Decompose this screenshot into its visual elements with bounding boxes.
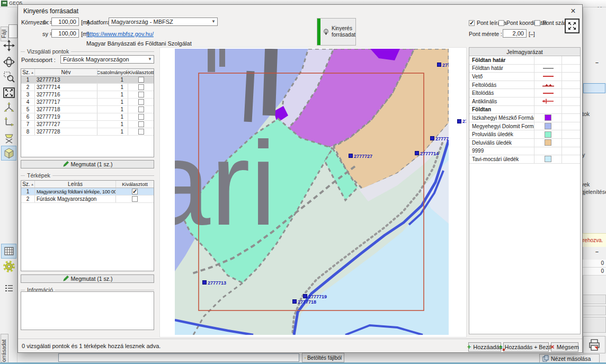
row-checkbox[interactable] xyxy=(138,77,144,83)
view-plane-button[interactable] xyxy=(1,130,16,145)
point-name: 32777718 xyxy=(35,106,97,113)
view-plane-icon xyxy=(3,132,15,144)
extract-source-data-button[interactable]: Kinyerés forrásadat xyxy=(317,18,356,46)
button-fragment[interactable] xyxy=(583,317,606,333)
source-full-name: Magyar Bányászati és Földtani Szolgálat xyxy=(86,40,192,47)
expand-arrows-icon xyxy=(567,21,577,31)
table-row[interactable]: 1 32777713 1 xyxy=(21,76,154,84)
table-row[interactable]: 7 32777727 1 xyxy=(21,121,154,128)
button-fragment[interactable] xyxy=(583,306,606,315)
row-checkbox[interactable] xyxy=(138,84,144,90)
move-tool-button[interactable] xyxy=(1,38,16,53)
dialog-kinyeres-forrasadat: Kinyerés forrásadat × Környező : sx = 10… xyxy=(17,4,583,353)
geological-map[interactable]: ari 2777728 2777717 xyxy=(175,49,449,335)
copy-view-button[interactable]: Nézet másolása xyxy=(539,354,600,363)
sy-input[interactable]: 100,00 xyxy=(51,29,79,38)
table-row[interactable]: 8 32777728 1 xyxy=(21,128,154,136)
print-button[interactable] xyxy=(583,336,605,353)
fit-view-button[interactable] xyxy=(1,85,16,100)
collapse-minus-icon[interactable]: – xyxy=(595,59,599,66)
table-row[interactable]: 2 32777714 1 xyxy=(21,84,154,91)
table-row[interactable]: 4 32777717 1 xyxy=(21,99,154,106)
cancel-button[interactable]: × Mégsem xyxy=(551,342,578,352)
table-row[interactable]: 2 Fúrások Magyarországon xyxy=(21,196,154,203)
point-number-checkbox[interactable] xyxy=(534,20,540,26)
table-row[interactable]: 3 32777716 1 xyxy=(21,91,154,99)
grid-table-button[interactable] xyxy=(1,244,16,259)
chevron-down-icon: ▼ xyxy=(211,19,216,24)
copy-view-label: Nézet másolása xyxy=(551,356,591,362)
dialog-status-text: 0 vizsgálati pontok és 1 térképek hozzá … xyxy=(22,343,161,349)
rotate-tool-button[interactable] xyxy=(1,55,16,69)
dialog-title: Kinyerés forrásadat xyxy=(23,7,78,15)
load-from-file-button[interactable]: Betöltés fájlból xyxy=(302,353,344,362)
map-point-marker[interactable] xyxy=(431,137,434,140)
point-name: 32777719 xyxy=(35,113,97,120)
map-point-marker[interactable] xyxy=(203,281,207,285)
row-checkbox[interactable] xyxy=(138,129,144,135)
row-checkbox[interactable] xyxy=(138,106,144,112)
point-name: 32777714 xyxy=(35,84,97,91)
list-mode-button[interactable] xyxy=(1,281,16,296)
highlighted-field-fragment[interactable] xyxy=(583,83,605,93)
map-point-marker[interactable] xyxy=(304,295,307,298)
cancel-button-label: Mégsem xyxy=(557,344,579,350)
maps-table-header[interactable]: Sz. ▴ Leírás Kiválasztott xyxy=(21,181,154,188)
collapse-minus-icon[interactable]: – xyxy=(595,248,599,255)
table-row[interactable]: 1 Magyarország földtani térképe, 100 000 xyxy=(21,188,154,196)
map-canvas[interactable]: ari 2777728 2777717 xyxy=(159,47,467,338)
show-maps-button[interactable]: Megmutat (1 sz.) xyxy=(21,274,154,283)
adatforras-select[interactable]: Magyarország - MBFSZ ▼ xyxy=(109,17,218,26)
strike-slip-symbol xyxy=(543,93,554,94)
mbfsz-link[interactable]: https://www.mbfsz.gov.hu/ xyxy=(86,31,154,37)
row-checkbox[interactable] xyxy=(138,99,144,105)
point-size-label: Pont mérete : xyxy=(469,31,502,37)
chevron-down-icon: ▼ xyxy=(148,57,152,61)
fragment-text: gjelenítése xyxy=(581,189,606,195)
points-table: Sz. ▴ Név Csatolmányok Kiválasztott 1 32… xyxy=(21,68,154,157)
attachments-count: 1 xyxy=(97,106,128,113)
fullscreen-button[interactable] xyxy=(565,19,580,33)
bottom-text-input[interactable] xyxy=(58,353,299,362)
info-box xyxy=(21,291,154,330)
list-icon xyxy=(3,282,15,294)
map-point-marker[interactable] xyxy=(415,152,419,155)
pontcsoport-select[interactable]: Fúrások Magyarországon ▼ xyxy=(60,55,154,64)
map-point-marker[interactable] xyxy=(293,300,297,304)
table-row[interactable]: 6 32777719 1 xyxy=(21,113,154,121)
point-description-checkbox[interactable] xyxy=(469,20,475,26)
settings-gear-button[interactable] xyxy=(1,259,16,274)
map-point-marker[interactable] xyxy=(438,63,441,67)
map-point-marker[interactable] xyxy=(457,119,461,123)
geo5-logo-icon xyxy=(1,1,7,6)
point-coordinates-checkbox[interactable] xyxy=(498,20,504,26)
button-fragment[interactable] xyxy=(583,295,606,304)
show-points-button[interactable]: Megmutat (1 sz.) xyxy=(21,160,154,168)
axes-3d-button[interactable] xyxy=(1,100,16,115)
dialog-close-icon[interactable]: × xyxy=(568,6,578,16)
table-row[interactable]: 5 32777718 1 xyxy=(21,106,154,113)
adatforras-value: Magyarország - MBFSZ xyxy=(111,19,173,25)
legend-row: Földtan határ xyxy=(469,65,580,73)
row-checkbox[interactable] xyxy=(138,114,144,120)
row-checkbox[interactable] xyxy=(132,189,138,194)
row-checkbox[interactable] xyxy=(132,196,138,202)
value-row-fragment: 0 xyxy=(583,260,606,268)
legend-row: Deluviális üledék xyxy=(469,139,580,147)
row-checkbox[interactable] xyxy=(138,92,144,97)
footer-divider xyxy=(18,339,582,339)
cube-view-button[interactable] xyxy=(1,146,16,161)
axes-corner-button[interactable] xyxy=(1,114,16,129)
point-name: 32777713 xyxy=(35,76,97,83)
zoom-region-button[interactable] xyxy=(1,69,16,84)
sx-input[interactable]: 100,00 xyxy=(51,17,79,26)
tab-forrasadat-vertical[interactable]: Forrásadat xyxy=(1,334,8,364)
add-and-close-button[interactable]: + Hozzáadás + Bezár xyxy=(503,342,549,352)
point-size-input[interactable]: 2,00 xyxy=(503,29,527,38)
map-point-marker[interactable] xyxy=(349,154,353,158)
points-table-header[interactable]: Sz. ▴ Név Csatolmányok Kiválasztott xyxy=(21,69,154,76)
legend-row: Vető xyxy=(469,73,580,81)
add-button[interactable]: + Hozzáadás xyxy=(468,342,501,352)
row-checkbox[interactable] xyxy=(138,121,144,127)
pencil-icon xyxy=(63,161,69,167)
